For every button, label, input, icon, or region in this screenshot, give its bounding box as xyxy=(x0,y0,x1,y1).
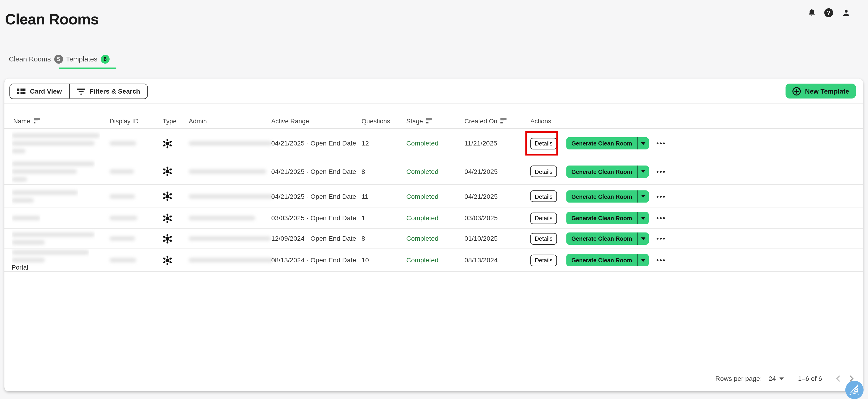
questions-value: 12 xyxy=(362,129,369,158)
row-more-menu[interactable]: ••• xyxy=(656,140,666,147)
generate-dropdown-toggle[interactable] xyxy=(638,254,649,266)
created-on-value: 11/21/2025 xyxy=(465,129,497,158)
tab-templates-count-badge: 6 xyxy=(101,55,110,63)
generate-dropdown-toggle[interactable] xyxy=(638,233,649,245)
new-template-button[interactable]: New Template xyxy=(785,84,856,98)
sail-logo-button[interactable] xyxy=(845,381,864,399)
template-name-redacted xyxy=(12,228,95,249)
admin-redacted xyxy=(189,228,271,249)
template-type-icon xyxy=(163,192,172,201)
caret-down-icon xyxy=(641,195,645,197)
generate-dropdown-toggle[interactable] xyxy=(638,212,649,224)
page-title: Clean Rooms xyxy=(5,11,98,28)
details-button[interactable]: Details xyxy=(530,212,557,224)
active-range-value: 04/21/2025 - Open End Date xyxy=(271,158,356,184)
row-more-menu[interactable]: ••• xyxy=(656,214,666,222)
tab-templates[interactable]: Templates 6 xyxy=(59,49,116,69)
rows-per-page-select[interactable]: 24 xyxy=(769,375,784,382)
template-name-redacted xyxy=(12,158,95,184)
display-id-redacted xyxy=(110,249,136,271)
row-more-menu[interactable]: ••• xyxy=(656,256,666,264)
filters-search-button[interactable]: Filters & Search xyxy=(69,84,147,98)
table-row: Portal 08/13/2024 - Open End Date 10 Com… xyxy=(4,249,863,272)
tab-clean-rooms[interactable]: Clean Rooms 5 xyxy=(9,49,63,69)
row-more-menu[interactable]: ••• xyxy=(656,192,666,200)
sort-icon[interactable] xyxy=(426,119,432,123)
active-range-value: 08/13/2024 - Open End Date xyxy=(271,249,356,271)
admin-redacted xyxy=(189,208,255,228)
admin-redacted xyxy=(189,249,273,271)
sailboat-icon xyxy=(845,381,864,399)
sort-icon[interactable] xyxy=(34,119,39,123)
template-name-redacted xyxy=(12,185,78,207)
stage-badge: Completed xyxy=(406,192,438,200)
active-range-value: 12/09/2024 - Open End Date xyxy=(271,228,356,249)
display-id-redacted xyxy=(110,129,136,158)
admin-redacted xyxy=(189,185,273,207)
generate-clean-room-button[interactable]: Generate Clean Room xyxy=(566,212,649,224)
help-icon[interactable]: ? xyxy=(824,8,834,18)
sort-icon[interactable] xyxy=(501,119,507,123)
column-header-admin: Admin xyxy=(189,113,207,128)
bell-icon[interactable] xyxy=(807,8,816,18)
previous-page-button[interactable] xyxy=(834,375,842,382)
admin-redacted xyxy=(189,129,272,158)
table-row: 12/09/2024 - Open End Date 8 Completed 0… xyxy=(4,228,863,249)
caret-down-icon xyxy=(641,170,645,173)
generate-dropdown-toggle[interactable] xyxy=(638,165,649,177)
rows-per-page-label: Rows per page: xyxy=(715,375,762,382)
view-toggle-group: Card View Filters & Search xyxy=(9,84,148,99)
questions-value: 11 xyxy=(362,185,369,207)
details-button[interactable]: Details xyxy=(530,137,557,149)
plus-circle-icon xyxy=(792,87,801,95)
template-type-icon xyxy=(163,167,172,176)
table-row: 04/21/2025 - Open End Date 8 Completed 0… xyxy=(4,158,863,185)
table-header: Name Display ID Type Admin Active Range … xyxy=(4,113,863,129)
template-name-visible-fragment: Portal xyxy=(12,264,28,271)
row-more-menu[interactable]: ••• xyxy=(656,235,666,242)
display-id-redacted xyxy=(110,158,134,184)
questions-value: 8 xyxy=(362,158,365,184)
table-toolbar: Card View Filters & Search New Template xyxy=(4,79,863,103)
stage-badge: Completed xyxy=(406,256,438,264)
account-icon[interactable] xyxy=(841,8,851,18)
card-view-button[interactable]: Card View xyxy=(10,84,69,98)
tab-bar: Clean Rooms 5 Templates 6 xyxy=(0,49,868,69)
row-more-menu[interactable]: ••• xyxy=(656,167,666,175)
column-header-created-on[interactable]: Created On xyxy=(465,113,507,128)
column-header-name[interactable]: Name xyxy=(13,113,39,128)
active-range-value: 03/03/2025 - Open End Date xyxy=(271,208,356,228)
template-type-icon xyxy=(163,213,172,223)
details-button[interactable]: Details xyxy=(530,254,557,266)
generate-clean-room-button[interactable]: Generate Clean Room xyxy=(566,165,649,177)
questions-value: 1 xyxy=(362,208,365,228)
table-row: 03/03/2025 - Open End Date 1 Completed 0… xyxy=(4,208,863,228)
stage-badge: Completed xyxy=(406,140,438,147)
created-on-value: 04/21/2025 xyxy=(465,158,498,184)
generate-clean-room-button[interactable]: Generate Clean Room xyxy=(566,233,649,245)
details-button[interactable]: Details xyxy=(530,190,557,202)
column-header-display-id: Display ID xyxy=(110,113,139,128)
filter-icon xyxy=(77,88,85,94)
template-type-icon xyxy=(163,139,172,148)
display-id-redacted xyxy=(110,228,135,249)
table-row: 04/21/2025 - Open End Date 11 Completed … xyxy=(4,185,863,208)
details-button[interactable]: Details xyxy=(530,233,557,244)
tab-templates-label: Templates xyxy=(66,55,97,63)
stage-badge: Completed xyxy=(406,167,438,175)
generate-clean-room-button[interactable]: Generate Clean Room xyxy=(566,254,649,266)
generate-dropdown-toggle[interactable] xyxy=(638,137,649,149)
details-button[interactable]: Details xyxy=(530,165,557,177)
content-card: Card View Filters & Search New Template xyxy=(4,79,863,391)
column-header-stage[interactable]: Stage xyxy=(406,113,432,128)
grid-view-icon xyxy=(17,89,26,94)
topbar-icons: ? xyxy=(807,8,851,18)
chevron-right-icon xyxy=(850,376,853,381)
questions-value: 8 xyxy=(362,228,365,249)
clean-rooms-app: Clean Rooms ? Clean Rooms 5 Templates 6 xyxy=(0,0,868,399)
generate-dropdown-toggle[interactable] xyxy=(638,190,649,202)
questions-value: 10 xyxy=(362,249,369,271)
generate-clean-room-button[interactable]: Generate Clean Room xyxy=(566,190,649,202)
generate-clean-room-button[interactable]: Generate Clean Room xyxy=(566,137,649,149)
caret-down-icon xyxy=(641,217,645,219)
